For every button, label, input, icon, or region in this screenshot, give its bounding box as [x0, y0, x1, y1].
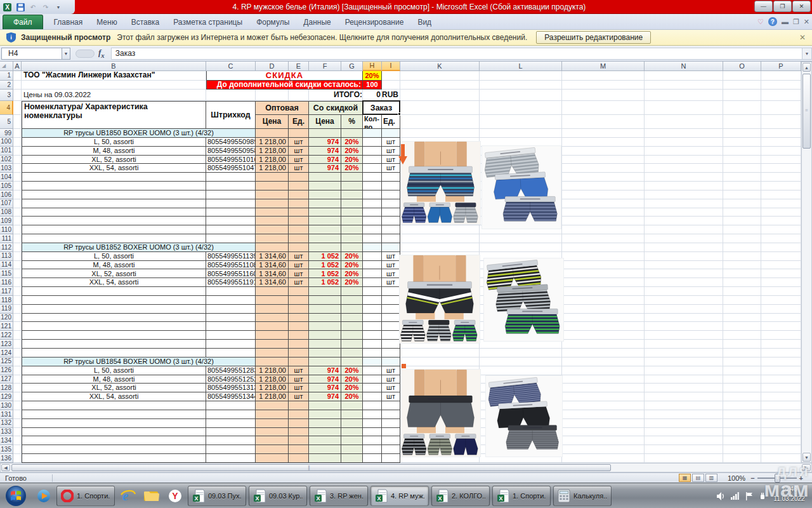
- empty-cell-G121[interactable]: [341, 322, 363, 331]
- cell-M[interactable]: [562, 147, 645, 156]
- empty-cell-C124[interactable]: [206, 349, 256, 358]
- cell-A[interactable]: [13, 173, 22, 182]
- row-header-105[interactable]: 105: [0, 182, 13, 190]
- row-header-115[interactable]: 115: [0, 269, 13, 278]
- empty-cell-C131[interactable]: [206, 410, 256, 419]
- empty-cell-B134[interactable]: [22, 436, 206, 445]
- empty-cell-B136[interactable]: [22, 454, 206, 463]
- item-order-unit[interactable]: шт: [382, 269, 400, 278]
- ub1852-model-photo[interactable]: [400, 255, 480, 343]
- item-discount-price[interactable]: 1 052: [309, 278, 341, 287]
- cell-A[interactable]: [13, 261, 22, 270]
- empty-cell-B124[interactable]: [22, 349, 206, 358]
- empty-cell-I110[interactable]: [382, 225, 400, 234]
- start-button[interactable]: [3, 486, 29, 506]
- insert-function-icon[interactable]: fx: [98, 48, 105, 59]
- empty-cell-G134[interactable]: [341, 436, 363, 445]
- empty-cell-I106[interactable]: [382, 190, 400, 199]
- taskbar-window-6[interactable]: X09.03 Кур...: [249, 486, 307, 506]
- ub1852-pack-photo[interactable]: [484, 258, 563, 341]
- selection-fill-handle[interactable]: [398, 112, 401, 116]
- cell-A[interactable]: [13, 445, 22, 454]
- empty-cell-E118[interactable]: [289, 296, 309, 305]
- row-header-132[interactable]: 132: [0, 419, 13, 428]
- header-price-wholesale[interactable]: Цена: [256, 115, 289, 129]
- cell-P[interactable]: [761, 366, 801, 375]
- cell-N[interactable]: [645, 401, 723, 410]
- cell-P[interactable]: [761, 115, 801, 129]
- cell-P[interactable]: [761, 182, 801, 190]
- cell-A[interactable]: [13, 428, 22, 437]
- item-discount-price[interactable]: 974: [309, 147, 341, 156]
- item-qty-input[interactable]: [363, 278, 382, 287]
- empty-cell-F120[interactable]: [309, 314, 341, 323]
- item-discount-percent[interactable]: 20%: [341, 384, 363, 392]
- cell-price-date[interactable]: Цены на 09.03.2022: [22, 90, 206, 101]
- cell-A[interactable]: [13, 138, 22, 147]
- ie-icon[interactable]: e: [117, 486, 139, 506]
- cell-P[interactable]: [761, 138, 801, 147]
- empty-cell-D118[interactable]: [256, 296, 289, 305]
- horizontal-scrollbar[interactable]: ◀∥▶: [0, 463, 812, 472]
- cell-O[interactable]: [723, 445, 761, 454]
- empty-cell-E109[interactable]: [289, 217, 309, 225]
- cell-K[interactable]: [400, 243, 480, 252]
- empty-cell-G119[interactable]: [341, 305, 363, 314]
- empty-cell-H118[interactable]: [363, 296, 382, 305]
- row-header-4[interactable]: 4: [0, 101, 13, 115]
- empty-cell-B104[interactable]: [22, 173, 206, 182]
- item-name[interactable]: XL, 52, assorti: [22, 384, 206, 392]
- empty-cell-B130[interactable]: [22, 401, 206, 410]
- cell-M[interactable]: [562, 269, 645, 278]
- cell-N[interactable]: [645, 358, 723, 366]
- item-qty-input[interactable]: [363, 384, 382, 392]
- empty-cell-D133[interactable]: [256, 428, 289, 437]
- cell-M[interactable]: [562, 384, 645, 392]
- zoom-level[interactable]: 100%: [728, 474, 745, 482]
- empty-cell-H108[interactable]: [363, 208, 382, 217]
- workbook-minimize-icon[interactable]: ▬: [782, 18, 789, 25]
- item-price[interactable]: 1 218,00: [256, 375, 289, 384]
- empty-cell-F122[interactable]: [309, 331, 341, 340]
- cell-O[interactable]: [723, 164, 761, 173]
- item-discount-price[interactable]: 1 052: [309, 269, 341, 278]
- cell-M[interactable]: [562, 252, 645, 261]
- scroll-down-icon[interactable]: ▼: [802, 453, 811, 462]
- cell-P[interactable]: [761, 208, 801, 217]
- item-discount-price[interactable]: 974: [309, 384, 341, 392]
- row-header-99[interactable]: 99: [0, 129, 13, 138]
- header-price-discount[interactable]: Цена: [309, 115, 341, 129]
- tab-рецензирование[interactable]: Рецензирование: [338, 15, 411, 29]
- empty-cell-E133[interactable]: [289, 428, 309, 437]
- item-qty-input[interactable]: [363, 366, 382, 375]
- cell-M[interactable]: [562, 366, 645, 375]
- cell-I99[interactable]: [382, 129, 400, 138]
- empty-cell-C117[interactable]: [206, 287, 256, 296]
- empty-cell-I121[interactable]: [382, 322, 400, 331]
- cell-K[interactable]: [400, 358, 480, 366]
- ub1850-pack-photo[interactable]: [482, 146, 561, 229]
- cell-A[interactable]: [13, 305, 22, 314]
- empty-cell-E117[interactable]: [289, 287, 309, 296]
- cell-A[interactable]: [13, 182, 22, 190]
- yandex-icon[interactable]: Y: [164, 486, 186, 506]
- cell-M[interactable]: [562, 208, 645, 217]
- cell-O[interactable]: [723, 419, 761, 428]
- row-header-113[interactable]: 113: [0, 252, 13, 261]
- empty-cell-I135[interactable]: [382, 445, 400, 454]
- empty-cell-F107[interactable]: [309, 199, 341, 208]
- cell-O[interactable]: [723, 410, 761, 419]
- row-header-108[interactable]: 108: [0, 208, 13, 217]
- row-header-127[interactable]: 127: [0, 375, 13, 384]
- empty-cell-D123[interactable]: [256, 340, 289, 349]
- cell-A[interactable]: [13, 454, 22, 463]
- cell-M[interactable]: [562, 81, 645, 90]
- item-discount-percent[interactable]: 20%: [341, 138, 363, 147]
- empty-cell-B132[interactable]: [22, 419, 206, 428]
- column-header-G[interactable]: G: [341, 62, 363, 71]
- cell-O[interactable]: [723, 392, 761, 401]
- cell-I1[interactable]: [382, 71, 400, 81]
- row-header-107[interactable]: 107: [0, 199, 13, 208]
- empty-cell-I118[interactable]: [382, 296, 400, 305]
- row-header-129[interactable]: 129: [0, 392, 13, 401]
